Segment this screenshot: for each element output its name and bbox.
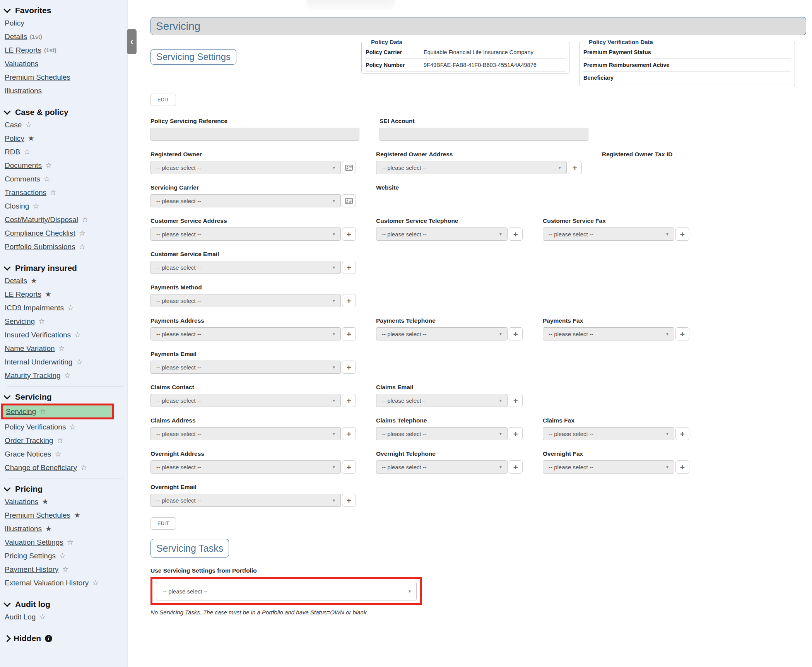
sidebar-link-policy-verifications[interactable]: Policy Verifications — [5, 423, 66, 431]
sidebar-link-illustrations[interactable]: Illustrations — [5, 525, 42, 533]
sidebar-link-premium-schedules-fav[interactable]: Premium Schedules — [5, 73, 70, 82]
favorite-star-icon[interactable]: ☆ — [39, 613, 46, 621]
favorite-star-icon[interactable]: ☆ — [62, 566, 68, 573]
sidebar-link-internal-underwriting[interactable]: Internal Underwriting — [5, 358, 72, 366]
favorite-star-icon[interactable]: ☆ — [58, 345, 65, 352]
sidebar-link-servicing[interactable]: Servicing — [6, 407, 36, 416]
favorite-star-icon[interactable]: ☆ — [74, 331, 81, 339]
sidebar-link-portfolio-submissions[interactable]: Portfolio Submissions — [5, 243, 75, 251]
registered-owner-address-select[interactable]: -- please select -- ▼ — [376, 161, 567, 174]
favorite-star-icon[interactable]: ☆ — [39, 408, 46, 415]
favorite-star-icon[interactable]: ☆ — [45, 162, 52, 169]
payments-address-select[interactable]: -- please select -- ▼ — [150, 327, 341, 340]
claims-telephone-add-button[interactable]: + — [509, 427, 523, 440]
favorite-star-icon[interactable]: ★ — [74, 511, 80, 519]
sidebar-link-comments[interactable]: Comments — [5, 175, 40, 183]
overnight-telephone-select[interactable]: -- please select -- ▼ — [376, 460, 508, 474]
favorite-star-icon[interactable]: ☆ — [67, 304, 74, 311]
edit-button-top[interactable]: EDIT — [150, 94, 176, 106]
servicing-carrier-contact-card-button[interactable] — [342, 194, 356, 207]
registered-owner-address-add-button[interactable]: + — [568, 161, 582, 174]
section-header-hidden[interactable]: Hidden i — [5, 633, 127, 644]
sidebar-link-closing[interactable]: Closing — [5, 202, 29, 210]
favorite-star-icon[interactable]: ☆ — [76, 358, 82, 366]
sidebar-link-cost-maturity-disposal[interactable]: Cost/Maturity/Disposal — [5, 215, 78, 224]
section-header-case-policy[interactable]: Case & policy — [5, 106, 127, 118]
favorite-star-icon[interactable]: ☆ — [57, 437, 63, 444]
overnight-fax-add-button[interactable]: + — [675, 460, 689, 474]
favorite-star-icon[interactable]: ★ — [42, 498, 48, 505]
registered-owner-select[interactable]: -- please select -- ▼ — [150, 161, 341, 174]
use-servicing-settings-from-portfolio-select[interactable]: -- please select -- ▼ — [156, 582, 417, 600]
customer-service-telephone-add-button[interactable]: + — [509, 227, 523, 241]
customer-service-address-add-button[interactable]: + — [342, 227, 356, 241]
favorite-star-icon[interactable]: ☆ — [82, 216, 88, 223]
claims-fax-add-button[interactable]: + — [675, 427, 689, 440]
section-header-favorites[interactable]: Favorites — [5, 5, 127, 16]
servicing-carrier-select[interactable]: -- please select -- ▼ — [150, 194, 341, 207]
payments-method-select[interactable]: -- please select -- ▼ — [150, 294, 341, 307]
claims-email-select[interactable]: -- please select -- ▼ — [376, 394, 508, 407]
payments-telephone-add-button[interactable]: + — [509, 327, 523, 340]
claims-address-select[interactable]: -- please select -- ▼ — [150, 427, 341, 440]
sidebar-link-grace-notices[interactable]: Grace Notices — [5, 450, 51, 458]
favorite-star-icon[interactable]: ☆ — [59, 552, 66, 559]
favorite-star-icon[interactable]: ☆ — [24, 148, 30, 156]
customer-service-address-select[interactable]: -- please select -- ▼ — [150, 227, 341, 241]
section-header-pricing[interactable]: Pricing — [5, 483, 127, 495]
sidebar-link-audit-log[interactable]: Audit Log — [5, 613, 36, 621]
sidebar-link-order-tracking[interactable]: Order Tracking — [5, 436, 53, 445]
overnight-telephone-add-button[interactable]: + — [509, 460, 523, 474]
customer-service-fax-select[interactable]: -- please select -- ▼ — [543, 227, 674, 241]
section-header-primary-insured[interactable]: Primary insured — [5, 262, 127, 274]
sidebar-link-rdb[interactable]: RDB — [5, 148, 20, 156]
registered-owner-contact-card-button[interactable] — [342, 161, 356, 174]
payments-telephone-select[interactable]: -- please select -- ▼ — [376, 327, 508, 340]
favorite-star-icon[interactable]: ☆ — [55, 450, 61, 458]
sidebar-link-valuation-settings[interactable]: Valuation Settings — [5, 538, 63, 547]
favorite-star-icon[interactable]: ★ — [45, 525, 52, 532]
sidebar-link-case[interactable]: Case — [5, 121, 22, 129]
favorite-star-icon[interactable]: ★ — [28, 135, 34, 142]
sidebar-link-valuations-fav[interactable]: Valuations — [5, 60, 38, 68]
favorite-star-icon[interactable]: ☆ — [92, 579, 99, 587]
sidebar-link-transactions[interactable]: Transactions — [5, 188, 46, 197]
sidebar-link-payment-history[interactable]: Payment History — [5, 565, 58, 574]
customer-service-email-add-button[interactable]: + — [342, 261, 356, 274]
sidebar-link-details-insured[interactable]: Details — [5, 277, 27, 285]
sidebar-link-details-fav[interactable]: Details — [5, 32, 27, 41]
sei-account-input[interactable] — [380, 128, 588, 141]
claims-contact-add-button[interactable]: + — [342, 394, 356, 407]
sidebar-link-le-reports-fav[interactable]: LE Reports — [5, 46, 41, 55]
sidebar-link-name-variation[interactable]: Name Variation — [5, 344, 55, 353]
payments-email-add-button[interactable]: + — [342, 361, 356, 374]
favorite-star-icon[interactable]: ☆ — [79, 229, 85, 237]
section-header-servicing[interactable]: Servicing — [5, 391, 127, 403]
info-icon[interactable]: i — [45, 635, 52, 642]
overnight-email-add-button[interactable]: + — [342, 494, 356, 507]
favorite-star-icon[interactable]: ☆ — [50, 189, 56, 196]
sidebar-link-premium-schedules[interactable]: Premium Schedules — [5, 511, 70, 520]
customer-service-fax-add-button[interactable]: + — [675, 227, 689, 241]
overnight-email-select[interactable]: -- please select -- ▼ — [150, 494, 341, 507]
payments-fax-add-button[interactable]: + — [675, 327, 689, 340]
favorite-star-icon[interactable]: ★ — [31, 277, 37, 284]
payments-method-add-button[interactable]: + — [342, 294, 356, 307]
sidebar-link-policy[interactable]: Policy — [5, 134, 24, 143]
sidebar-link-pricing-settings[interactable]: Pricing Settings — [5, 552, 56, 560]
claims-email-add-button[interactable]: + — [509, 394, 523, 407]
sidebar-link-change-of-beneficiary[interactable]: Change of Beneficiary — [5, 463, 77, 472]
favorite-star-icon[interactable]: ☆ — [44, 175, 50, 183]
payments-email-select[interactable]: -- please select -- ▼ — [150, 361, 341, 374]
overnight-fax-select[interactable]: -- please select -- ▼ — [543, 460, 674, 474]
overnight-address-select[interactable]: -- please select -- ▼ — [150, 460, 341, 474]
sidebar-collapse-button[interactable]: ‹ — [127, 29, 137, 54]
claims-telephone-select[interactable]: -- please select -- ▼ — [376, 427, 508, 440]
favorite-star-icon[interactable]: ★ — [45, 291, 51, 298]
sidebar-link-external-valuation-history[interactable]: External Valuation History — [5, 579, 89, 587]
sidebar-link-illustrations-fav[interactable]: Illustrations — [5, 87, 42, 95]
favorite-star-icon[interactable]: ☆ — [69, 423, 76, 431]
customer-service-telephone-select[interactable]: -- please select -- ▼ — [376, 227, 508, 241]
favorite-star-icon[interactable]: ☆ — [67, 539, 74, 546]
sidebar-link-servicing-insured[interactable]: Servicing — [5, 317, 35, 326]
